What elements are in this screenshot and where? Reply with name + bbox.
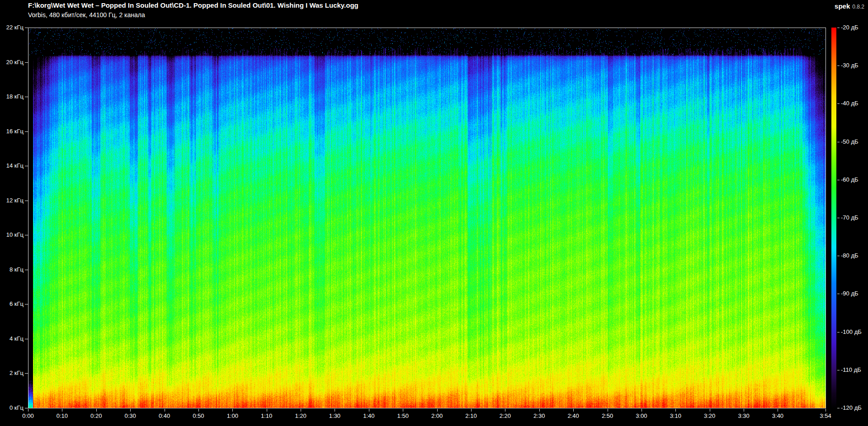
time-tick-label: 3:30: [731, 412, 756, 419]
freq-tick: [25, 28, 28, 28]
spectrogram-canvas: [28, 28, 826, 408]
legend-tick: [837, 370, 840, 370]
legend-gradient-bar: [831, 28, 836, 408]
freq-tick-label: 22 кГц: [0, 24, 24, 31]
time-tick: [403, 409, 403, 412]
time-tick: [437, 409, 438, 412]
legend-tick: [837, 332, 840, 332]
time-tick: [505, 409, 505, 412]
freq-tick-label: 12 кГц: [0, 197, 24, 204]
time-tick: [62, 409, 62, 412]
time-tick-label: 1:30: [322, 412, 347, 419]
legend-tick: [837, 142, 840, 142]
legend-tick-label: -100 дБ: [841, 328, 862, 336]
time-tick: [301, 409, 301, 412]
freq-tick-label: 4 кГц: [0, 335, 24, 342]
time-tick: [744, 409, 744, 412]
spek-window: { "app": { "name": "spek", "version": "0…: [0, 0, 868, 426]
time-tick-label: 0:50: [186, 412, 211, 419]
time-tick: [130, 409, 131, 412]
freq-tick-label: 6 кГц: [0, 300, 24, 308]
legend-tick: [837, 294, 840, 294]
freq-tick: [25, 373, 28, 374]
legend-tick: [837, 66, 840, 66]
time-tick-label: 2:30: [527, 412, 552, 419]
freq-tick: [25, 408, 28, 408]
time-tick: [778, 409, 778, 412]
legend-tick-label: -110 дБ: [841, 366, 861, 374]
legend-tick: [837, 408, 840, 408]
time-tick: [573, 409, 574, 412]
time-tick-label: 3:20: [697, 412, 722, 419]
time-tick: [710, 409, 710, 412]
legend-tick-label: -90 дБ: [841, 290, 859, 297]
freq-tick: [25, 62, 28, 63]
freq-tick: [25, 235, 28, 235]
freq-tick-label: 8 кГц: [0, 266, 24, 273]
time-tick: [539, 409, 540, 412]
time-tick-label: 1:10: [254, 412, 279, 419]
time-tick: [675, 409, 676, 412]
page-title: F:\korg\Wet Wet Wet – Popped In Souled O…: [28, 1, 359, 9]
freq-tick: [25, 304, 28, 304]
legend-tick: [837, 28, 840, 28]
stream-info: Vorbis, 480 кбит/сек, 44100 Гц, 2 канала: [28, 11, 145, 19]
time-tick: [369, 409, 369, 412]
time-tick-label: 1:00: [220, 412, 245, 419]
freq-tick: [25, 166, 28, 166]
time-tick-label: 2:40: [561, 412, 586, 419]
time-tick: [335, 409, 335, 412]
time-tick-label: 1:20: [288, 412, 313, 419]
time-tick-label: 3:00: [629, 412, 654, 419]
freq-tick: [25, 97, 28, 97]
time-tick-label: 3:54: [813, 412, 838, 419]
time-tick: [96, 409, 97, 412]
app-version: 0.8.2: [852, 4, 864, 10]
time-tick-label: 1:50: [390, 412, 415, 419]
freq-tick: [25, 201, 28, 201]
legend-tick-label: -50 дБ: [841, 138, 859, 145]
time-tick-label: 2:10: [458, 412, 484, 419]
time-tick-label: 3:40: [765, 412, 790, 419]
legend-tick-label: -20 дБ: [841, 24, 859, 31]
time-tick-label: 0:10: [49, 412, 75, 419]
time-tick: [267, 409, 267, 412]
time-tick-label: 3:10: [663, 412, 688, 419]
time-tick: [232, 409, 233, 412]
time-tick: [165, 409, 165, 412]
app-brand: spek0.8.2: [835, 2, 864, 10]
freq-tick: [25, 131, 28, 132]
freq-tick-label: 10 кГц: [0, 231, 24, 239]
time-tick-label: 0:40: [152, 412, 177, 419]
time-tick-label: 2:20: [492, 412, 518, 419]
freq-tick-label: 16 кГц: [0, 128, 24, 135]
legend-tick-label: -60 дБ: [841, 176, 859, 183]
freq-tick-label: 2 кГц: [0, 370, 24, 377]
legend-tick-label: -70 дБ: [841, 214, 859, 221]
freq-tick-label: 20 кГц: [0, 59, 24, 66]
time-tick-label: 2:00: [425, 412, 450, 419]
legend-tick-label: -40 дБ: [841, 100, 859, 107]
time-tick: [642, 409, 642, 412]
time-tick-label: 0:30: [118, 412, 143, 419]
freq-tick-label: 14 кГц: [0, 162, 24, 169]
time-tick: [28, 409, 28, 412]
legend-tick: [837, 180, 840, 180]
time-tick-label: 2:50: [595, 412, 620, 419]
time-tick: [826, 409, 826, 412]
spectrogram-plot: [28, 28, 826, 408]
time-tick: [198, 409, 199, 412]
time-tick-label: 0:20: [84, 412, 109, 419]
time-tick: [471, 409, 472, 412]
legend-tick-label: -120 дБ: [841, 404, 862, 412]
legend-tick: [837, 103, 840, 104]
freq-tick: [25, 270, 28, 270]
time-tick: [608, 409, 608, 412]
legend-tick: [837, 218, 840, 218]
freq-tick-label: 18 кГц: [0, 93, 24, 100]
freq-tick-label: 0 кГц: [0, 404, 24, 412]
time-tick-label: 1:40: [356, 412, 382, 419]
legend-tick-label: -80 дБ: [841, 252, 859, 259]
app-name: spek: [835, 2, 850, 10]
freq-tick: [25, 339, 28, 339]
